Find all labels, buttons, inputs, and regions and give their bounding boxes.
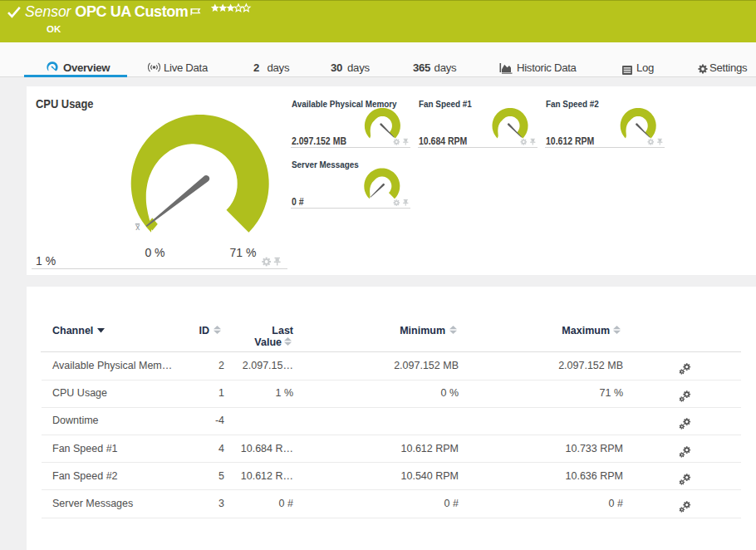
svg-text:x: x (135, 223, 140, 232)
